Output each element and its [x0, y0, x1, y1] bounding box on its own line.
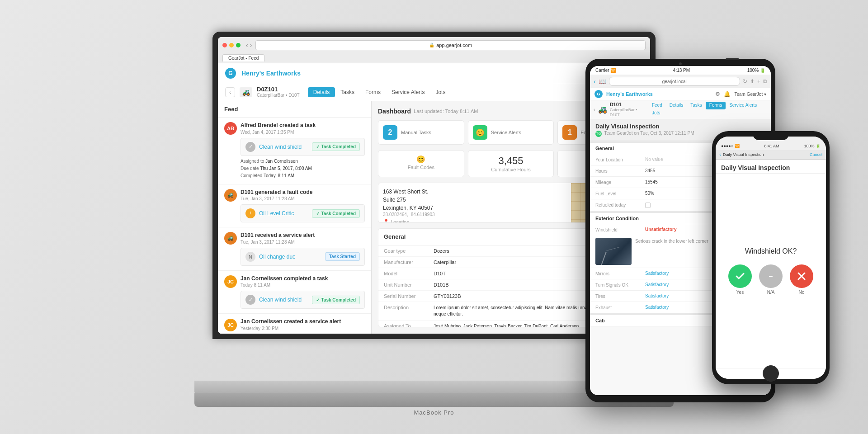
ipad-tabs-icon[interactable]: ⧉	[763, 78, 767, 85]
no-label: No	[799, 290, 805, 295]
ipad-asset-icon: 🚜	[598, 105, 607, 114]
tab-service-alerts[interactable]: Service Alerts	[386, 87, 430, 97]
ipad-newtab-icon[interactable]: +	[757, 78, 760, 85]
location-coords: 38.0282464, -84.6119903	[383, 212, 566, 217]
ipad-back-button[interactable]: ‹	[594, 78, 596, 85]
tab-tasks[interactable]: Tasks	[335, 87, 360, 97]
task-status-badge: ✓ Task Completed	[312, 296, 360, 304]
feed-actor: D101 received a service alert	[241, 232, 315, 239]
ipad-bell-icon[interactable]: 🔔	[724, 91, 731, 97]
iphone-notch	[753, 131, 789, 140]
cumulative-hours-label: Cumulative Hours	[473, 167, 549, 172]
ipad-refresh-icon[interactable]: ↻	[743, 78, 747, 85]
badge-check: ✓	[316, 211, 320, 216]
feed-task-left: N Oil change due	[245, 252, 296, 262]
feed-meta: D101 received a service alert Tue, Jan 3…	[241, 232, 315, 245]
ipad-time: 4:13 PM	[673, 68, 690, 73]
ipad-url-bar[interactable]: gearjot.local	[609, 77, 740, 86]
iphone-question-area: Windshield OK? Yes	[716, 174, 826, 368]
feed-avatar: AB	[224, 122, 237, 135]
tab-jots[interactable]: Jots	[430, 87, 451, 97]
feed-task-card: N Oil change due Task Started	[241, 248, 365, 266]
feed-item: 🚜 D101 received a service alert Tue, Jan…	[218, 227, 371, 271]
minimize-button[interactable]	[229, 43, 234, 47]
feed-task-card: ! Oil Level Critic ✓ Task Completed	[241, 204, 365, 222]
ipad-hours-label: Hours	[595, 168, 645, 174]
fullscreen-button[interactable]	[236, 43, 241, 47]
ipad-tab-forms[interactable]: Forms	[706, 102, 726, 109]
iphone-cancel-button[interactable]: Cancel	[810, 152, 822, 157]
ipad-tab-tasks[interactable]: Tasks	[687, 102, 706, 109]
task-name[interactable]: Oil Level Critic	[259, 210, 294, 217]
assigned-to-label: Assigned To	[384, 323, 434, 327]
feed-time: Yesterday 2:30 PM	[241, 326, 341, 331]
forward-arrow[interactable]: ›	[250, 42, 252, 49]
badge-check: ✓	[316, 297, 320, 302]
feed-actor: Jan Cornelissen completed a task	[241, 275, 328, 283]
serial-number-value: GTY00123B	[434, 293, 461, 299]
ipad-tab-jots[interactable]: Jots	[648, 109, 664, 117]
badge-text: Task Completed	[321, 297, 356, 302]
location-info: 163 West Short St.Suite 275Lexington, KY…	[378, 183, 571, 222]
feed-task-card: ✓ Clean wind shield ✓ Task Completed	[241, 138, 365, 156]
feed-item: JC Jan Cornelissen completed a task Toda…	[218, 271, 371, 314]
badge-check: ✓	[316, 144, 320, 149]
lock-icon: 🔒	[429, 42, 434, 47]
ipad-windshield-caption: Serious crack in the lower left corner	[635, 238, 708, 265]
feed-avatar: 🚜	[224, 232, 237, 245]
fault-codes-label: Fault Codes	[383, 165, 459, 170]
feed-time: Wed, Jan 4, 2017 1:35 PM	[241, 129, 316, 135]
task-alert-icon: N	[245, 252, 255, 262]
ipad-tab-details[interactable]: Details	[666, 102, 687, 109]
back-arrow[interactable]: ‹	[246, 42, 248, 49]
task-name[interactable]: Clean wind shield	[259, 144, 302, 150]
ipad-asset-bar: ‹ 🚜 D101 CaterpillarBar • D10T Feed Deta…	[590, 100, 771, 119]
ipad-status-bar: Carrier 🛜 4:13 PM 100% 🔋	[590, 66, 771, 75]
manual-tasks-badge: 2	[383, 125, 397, 140]
iphone-answer-buttons: Yes – N/A	[728, 264, 813, 295]
task-warn-icon: !	[245, 208, 255, 218]
ipad-power-button[interactable]	[726, 58, 739, 60]
feed-task-details: Assigned to Jan Cornelissen Due date Thu…	[241, 158, 365, 179]
ipad-tires-label: Tires	[595, 293, 645, 299]
task-name[interactable]: Oil change due	[259, 254, 296, 260]
ipad-collapse-button[interactable]: ‹	[594, 107, 595, 112]
ipad-settings-icon[interactable]: ⚙	[715, 91, 720, 97]
ipad-location-value: No value	[645, 157, 663, 162]
iphone-time: 8:41 AM	[764, 144, 779, 148]
assigned-to-row: Assigned to Jan Cornelissen	[241, 158, 365, 165]
feed-task-card: ✓ Clean wind shield ✓ Task Completed	[241, 291, 365, 309]
ipad-windshield-value: Unsatisfactory	[645, 227, 676, 232]
collapse-button[interactable]: ‹	[225, 87, 235, 97]
iphone-no-button[interactable]	[790, 264, 813, 288]
feed-meta: Jan Cornelissen completed a task Today 8…	[241, 275, 328, 288]
browser-tab[interactable]: GearJot - Feed	[222, 54, 264, 61]
tab-forms[interactable]: Forms	[360, 87, 386, 97]
iphone-back-button[interactable]: ‹	[719, 151, 721, 158]
ipad-tab-service-alerts[interactable]: Service Alerts	[726, 102, 760, 109]
ipad-tab-feed[interactable]: Feed	[648, 102, 666, 109]
tab-details[interactable]: Details	[308, 87, 335, 97]
ipad-refueled-checkbox[interactable]	[645, 203, 651, 208]
close-button[interactable]	[222, 43, 227, 47]
ipad-team-label[interactable]: Team GearJot ▾	[734, 92, 766, 97]
feed-item-header: JC Jan Cornelissen completed a task Toda…	[224, 275, 365, 288]
asset-info: D0Z101 CaterpillarBar • D10T	[257, 86, 300, 99]
task-status-badge: ✓ Task Completed	[312, 142, 360, 151]
iphone-yes-button[interactable]	[728, 264, 752, 288]
ipad-url-text: gearjot.local	[662, 79, 687, 84]
windshield-photo	[595, 238, 632, 265]
iphone-na-button[interactable]: –	[759, 264, 783, 288]
url-bar[interactable]: 🔒 app.gearjot.com	[255, 40, 646, 50]
task-name[interactable]: Clean wind shield	[259, 297, 302, 303]
iphone-content: Daily Visual Inspection Windshield OK?	[716, 160, 826, 379]
ipad-company-name: Henry's Earthworks	[606, 91, 653, 97]
macbook-label: MacBook Pro	[414, 409, 454, 416]
ipad-bookmark-icon[interactable]: 📖	[599, 78, 606, 85]
stat-cumulative-hours: 3,455 Cumulative Hours	[468, 150, 554, 177]
iphone-home-button[interactable]	[763, 365, 779, 382]
ipad-share-icon[interactable]: ⬆	[750, 78, 755, 85]
description-label: Description	[384, 305, 434, 317]
yes-check-icon	[735, 271, 745, 282]
form-issues-badge: 1	[562, 125, 577, 140]
